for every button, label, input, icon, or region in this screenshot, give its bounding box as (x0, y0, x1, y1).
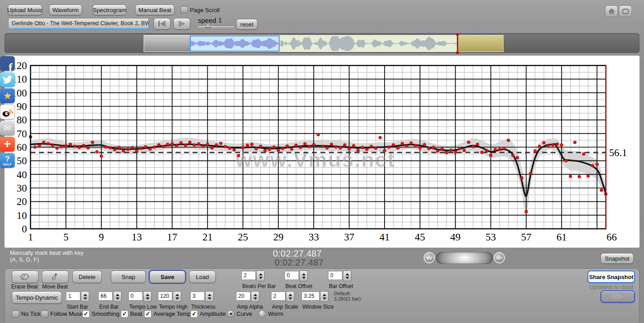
facebook-icon: f (9, 62, 13, 71)
stepper-down-arrow[interactable] (289, 297, 292, 300)
speed-slider-thumb[interactable] (205, 23, 210, 27)
svg-text:1: 1 (28, 231, 33, 243)
stepper-down-arrow[interactable] (116, 297, 119, 300)
stepper-up-arrow[interactable] (259, 273, 263, 275)
spinner-thickness-input[interactable]: 3 (190, 292, 205, 301)
spinner-bar-offset-stepper[interactable] (343, 271, 351, 281)
spinner-tempo-high-input[interactable]: 120 (158, 292, 172, 301)
fullscreen-button[interactable] (619, 5, 632, 17)
weibo-share-button[interactable] (0, 105, 15, 119)
email-share-button[interactable]: ✉ (0, 121, 15, 135)
checkbox-smoothing[interactable]: ✓ (82, 310, 90, 318)
checkbox-amplitude[interactable]: ✓ (190, 310, 198, 318)
help-share-button[interactable]: ?HELP (0, 153, 15, 168)
ioi-button[interactable]: IOI+ (600, 290, 635, 303)
checkbox-follow-music[interactable] (41, 310, 48, 318)
radio-curve[interactable] (227, 310, 235, 318)
spinner-amp-alpha-label: Amp Alpha (237, 304, 263, 310)
stepper-down-arrow[interactable] (208, 297, 211, 300)
home-button[interactable] (605, 5, 618, 17)
spinner-start-bar-input[interactable]: 1 (66, 292, 80, 301)
play-button[interactable] (173, 18, 190, 30)
spinner-beat-offset-input[interactable]: 0 (285, 271, 299, 280)
spinner-beat-offset-stepper[interactable] (299, 271, 308, 281)
move-beat-button[interactable] (42, 271, 69, 283)
qzone-share-button[interactable]: ★ (0, 88, 15, 103)
stepper-up-arrow[interactable] (208, 294, 211, 296)
twitter-share-button[interactable] (0, 72, 15, 87)
spinner-end-bar-input[interactable]: 66 (98, 292, 113, 301)
spinner-beats-per-bar-stepper[interactable] (256, 271, 265, 281)
svg-text:17: 17 (167, 231, 177, 243)
spinner-window-size-input[interactable]: 3.25 (302, 292, 320, 301)
waveform-zoom-in-knob[interactable] (494, 252, 505, 263)
spinner-amp-alpha-stepper[interactable] (251, 291, 259, 302)
stepper-up-arrow[interactable] (302, 273, 306, 275)
svg-text:40: 40 (17, 169, 27, 180)
stepper-down-arrow[interactable] (83, 297, 87, 300)
spinner-beats-per-bar-input[interactable]: 2 (241, 271, 256, 280)
tempo-chart-panel[interactable]: www.Vmus.net0102030405060708090100110120… (4, 56, 640, 248)
stepper-down-arrow[interactable] (259, 277, 263, 279)
spinner-tempo-high-stepper[interactable] (173, 291, 181, 302)
upload-music-button[interactable]: Upload Music (8, 4, 42, 15)
speed-value: 1 (218, 16, 222, 24)
stepper-down-arrow[interactable] (146, 297, 149, 300)
waveform-zoom-out-knob[interactable] (424, 252, 435, 263)
erase-beat-button[interactable] (12, 271, 39, 283)
track-title-select[interactable]: Gerlinde Otto - The Well-Tempered Clavie… (8, 18, 149, 30)
spinner-thickness-stepper[interactable] (205, 291, 214, 302)
checkbox-no-tick[interactable] (12, 310, 19, 318)
tempo-chart[interactable]: www.Vmus.net0102030405060708090100110120… (4, 56, 640, 248)
stepper-down-arrow[interactable] (302, 277, 306, 279)
spinner-end-bar-stepper[interactable] (113, 291, 122, 302)
stepper-up-arrow[interactable] (146, 294, 149, 296)
reset-button[interactable]: reset (236, 19, 258, 30)
share-snapshot-button[interactable]: Share Snapshot (587, 271, 635, 283)
spinner-start-bar-stepper[interactable] (81, 291, 89, 302)
stepper-up-arrow[interactable] (289, 294, 292, 296)
page-scroll-checkbox[interactable] (180, 6, 188, 13)
radio-label-curve: Curve (237, 310, 252, 317)
delete-button[interactable]: Delete (72, 271, 102, 283)
spinner-bar-offset-input[interactable]: 0 (328, 271, 342, 280)
waveform-overview-bar[interactable] (4, 33, 640, 53)
stepper-up-arrow[interactable] (346, 273, 349, 275)
waveform-zoom-slider[interactable] (436, 252, 493, 264)
speed-slider[interactable] (198, 26, 234, 27)
stepper-up-arrow[interactable] (175, 294, 179, 296)
spectrogram-button[interactable]: Spectrogram (92, 4, 127, 15)
load-button[interactable]: Load (189, 271, 216, 283)
spinner-amp-scale-stepper[interactable] (286, 291, 294, 302)
spinner-window-size-stepper[interactable] (320, 291, 329, 302)
stepper-down-arrow[interactable] (175, 297, 179, 300)
waveform-playhead[interactable] (457, 33, 458, 54)
facebook-share-button[interactable]: f (0, 56, 15, 71)
save-button[interactable]: Save (149, 271, 185, 283)
stepper-up-arrow[interactable] (323, 294, 326, 296)
stepper-down-arrow[interactable] (346, 277, 349, 279)
spinner-tempo-low-input[interactable]: 0 (128, 292, 143, 301)
skip-to-start-button[interactable] (153, 18, 171, 30)
default-note-line2: 3.250(1 bar) (334, 296, 361, 301)
waveform-button[interactable]: Waveform (49, 4, 82, 15)
manual-beat-button[interactable]: Manual Beat (135, 4, 175, 15)
waveform-overview-strip[interactable] (144, 35, 504, 52)
spinner-bar-offset-label: Bar Offset (329, 283, 353, 289)
spinner-tempo-low-stepper[interactable] (143, 291, 152, 302)
spinner-amp-alpha-input[interactable]: 20 (236, 292, 250, 301)
snapshot-button[interactable]: Snapshot (600, 253, 634, 264)
stepper-down-arrow[interactable] (323, 297, 326, 300)
share-plus-share-button[interactable]: + (0, 137, 15, 152)
radio-worm[interactable] (258, 310, 266, 318)
spinner-amp-scale-input[interactable]: 2 (271, 292, 285, 301)
checkbox-average-tempo[interactable]: ✓ (144, 310, 152, 318)
stepper-down-arrow[interactable] (254, 297, 257, 300)
tempo-dynamic-button[interactable]: Tempo-Dynamic (12, 291, 62, 304)
stepper-up-arrow[interactable] (254, 294, 257, 296)
stepper-up-arrow[interactable] (116, 294, 119, 296)
stepper-up-arrow[interactable] (83, 294, 87, 296)
page-scroll-label: Page Scroll (190, 7, 219, 13)
snap-button[interactable]: Snap (111, 271, 146, 283)
checkbox-beat[interactable]: ✓ (121, 310, 128, 318)
